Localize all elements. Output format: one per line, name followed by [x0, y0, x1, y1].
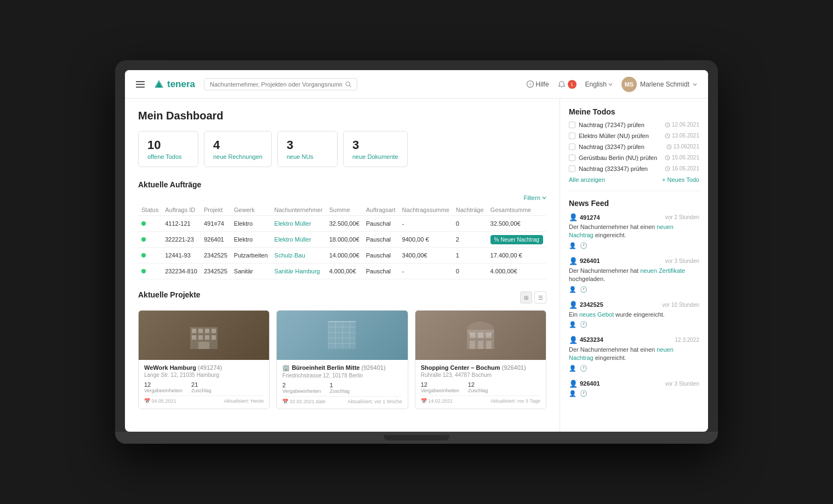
user-menu[interactable]: MS Marlene Schmidt	[621, 77, 697, 92]
news-person-icon: 👤	[569, 390, 577, 397]
cell-auftragsart: Pauschal	[363, 216, 399, 232]
project-card[interactable]: 🏢 Büroeinheit Berlin Mitte (926401) Frie…	[276, 310, 408, 409]
todo-checkbox[interactable]	[569, 133, 575, 139]
project-card[interactable]: Shopping Center – Bochum (926401) Ruhral…	[415, 310, 546, 409]
news-id: 👤 4523234	[569, 336, 603, 344]
search-input[interactable]	[210, 81, 342, 88]
vergabe-stat: 12 Vergabeeinheiten	[144, 381, 182, 393]
cell-summe: 14.000,00€	[326, 248, 363, 264]
cell-projekt: 2342525	[201, 264, 231, 279]
col-nachunternehmer: Nachunternehmer	[271, 204, 326, 216]
svg-text:?: ?	[529, 82, 532, 87]
cell-gesamtsumme: 4.000,00€	[487, 264, 546, 279]
table-row[interactable]: 4112-121 491≡74 Elektro Elektro Müller 3…	[138, 216, 546, 232]
search-bar[interactable]	[204, 78, 357, 90]
filter-row: Filtern	[138, 194, 546, 201]
table-row[interactable]: 322221-23 926401 Elektro Elektro Müller …	[138, 232, 546, 248]
todo-date: 15.06.2021	[665, 154, 699, 161]
news-icons: 👤 🕐	[569, 365, 699, 372]
menu-icon[interactable]	[136, 81, 145, 88]
news-header: 👤 926401 vor 3 Stunden	[569, 380, 699, 388]
filter-button[interactable]: Filtern	[523, 194, 546, 201]
todo-checkbox[interactable]	[569, 122, 575, 128]
stat-card-nus[interactable]: 3 neue NUs	[277, 131, 338, 167]
user-name: Marlene Schmidt	[640, 81, 689, 88]
main-content: Mein Dashboard 10 offene Todos 4 neue Re…	[125, 99, 708, 432]
news-body: Der Nachunternehmer hat einen neuen Nach…	[569, 346, 699, 363]
project-id: (491274)	[198, 364, 222, 371]
table-row[interactable]: 12441-93 2342525 Putzarbeiten Schulz-Bau…	[138, 248, 546, 264]
project-info: WeWork Hamburg (491274) Lange Str. 12, 2…	[139, 360, 269, 408]
stat-card-dokumente[interactable]: 3 neue Dokumente	[343, 131, 408, 167]
dashboard-area: Mein Dashboard 10 offene Todos 4 neue Re…	[125, 99, 560, 432]
todo-item[interactable]: Elektro Müller (NU) prüfen 13.06.2021	[569, 133, 699, 139]
cell-gesamtsumme: 32.500,00€	[487, 216, 546, 232]
table-row[interactable]: 232234-810 2342525 Sanitär Sanitär Hambu…	[138, 264, 546, 279]
news-link[interactable]: neues Gebot	[579, 311, 614, 318]
notification-badge: 1	[568, 80, 577, 89]
todo-item[interactable]: Nachtrag (323347) prüfen 16.06.2021	[569, 165, 699, 172]
news-icons: 👤 🕐	[569, 321, 699, 328]
stat-card-rechnungen[interactable]: 4 neue Rechnungen	[204, 131, 272, 167]
todo-left: Gerüstbau Berlin (NU) prüfen	[569, 154, 665, 161]
zuschlag-stat: 21 Zuschlag	[191, 381, 212, 393]
news-list: 👤 491274 vor 2 Stunden Der Nachunternehm…	[569, 213, 699, 397]
avatar: MS	[621, 77, 637, 92]
header-right: ? Hilfe 1 English MS Marlene Schmidt	[527, 77, 697, 92]
news-link[interactable]: neuen Nachtrag	[569, 224, 674, 238]
todo-text: Nachtrag (72347) prüfen	[579, 122, 644, 128]
col-projekt: Projekt	[201, 204, 231, 216]
notification-bell[interactable]: 1	[558, 80, 577, 89]
col-gewerk: Gewerk	[231, 204, 271, 216]
stat-number: 3	[287, 138, 328, 152]
stat-label: offene Todos	[147, 153, 189, 160]
news-clock-icon: 🕐	[580, 242, 587, 249]
list-view-button[interactable]: ☰	[534, 291, 546, 303]
clock-icon	[665, 155, 670, 161]
news-icons: 👤 🕐	[569, 242, 699, 249]
todo-item[interactable]: Gerüstbau Berlin (NU) prüfen 15.06.2021	[569, 154, 699, 161]
todo-checkbox[interactable]	[569, 165, 575, 172]
grid-view-button[interactable]: ⊞	[520, 291, 532, 303]
project-stats: 12 Vergabeeinheiten 21 Zuschlag	[144, 381, 264, 393]
language-selector[interactable]: English	[585, 81, 613, 88]
header-left: tenera	[136, 78, 357, 90]
col-status: Status	[138, 204, 162, 216]
cell-nachunternehmer[interactable]: Elektro Müller	[271, 216, 326, 232]
stat-card-todos[interactable]: 10 offene Todos	[138, 131, 198, 167]
news-id: 👤 491274	[569, 213, 600, 221]
help-button[interactable]: ? Hilfe	[527, 81, 549, 88]
news-item: 👤 491274 vor 2 Stunden Der Nachunternehm…	[569, 213, 699, 249]
news-header: 👤 926401 vor 3 Stunden	[569, 257, 699, 265]
project-stats: 12 Vergabeeinheiten 12 Zuschlag	[421, 381, 540, 393]
news-time: 12.3.2022	[675, 337, 700, 343]
show-all-todos[interactable]: Alle anzeigen	[569, 176, 605, 183]
todo-date: 12.06.2021	[665, 122, 699, 128]
new-todo-button[interactable]: + Neues Todo	[662, 176, 699, 183]
todos-title: Meine Todos	[569, 107, 699, 116]
cell-nachunternehmer[interactable]: Schulz-Bau	[271, 248, 326, 264]
person-icon: 👤	[569, 336, 578, 344]
todo-item[interactable]: Nachtrag (32347) prüfen 13.062021	[569, 144, 699, 150]
cell-nachunternehmer[interactable]: Elektro Müller	[271, 232, 326, 248]
newsfeed-title: News Feed	[569, 199, 699, 208]
cell-nachunternehmer[interactable]: Sanitär Hamburg	[271, 264, 326, 279]
svg-line-40	[667, 136, 669, 136]
project-card[interactable]: WeWork Hamburg (491274) Lange Str. 12, 2…	[138, 310, 270, 409]
logo[interactable]: tenera	[153, 79, 195, 90]
svg-rect-15	[212, 335, 216, 340]
news-link[interactable]: neuen Nachtrag	[569, 346, 674, 361]
todo-checkbox[interactable]	[569, 154, 575, 161]
cell-nachtragssumme: 3400,00€	[399, 248, 453, 264]
app-header: tenera ? Hilfe 1	[125, 70, 708, 99]
cell-auftrags-id: 12441-93	[162, 248, 201, 264]
svg-rect-30	[478, 333, 483, 338]
orders-section-title: Aktuelle Aufträge	[138, 180, 546, 189]
todo-item[interactable]: Nachtrag (72347) prüfen 12.06.2021	[569, 122, 699, 128]
todo-left: Elektro Müller (NU) prüfen	[569, 133, 665, 139]
cell-summe: 18.000,00€	[326, 232, 363, 248]
cell-status	[138, 216, 162, 232]
todo-checkbox[interactable]	[569, 144, 575, 150]
search-icon	[345, 81, 351, 88]
news-link[interactable]: neuen Zertifikate	[640, 267, 685, 274]
